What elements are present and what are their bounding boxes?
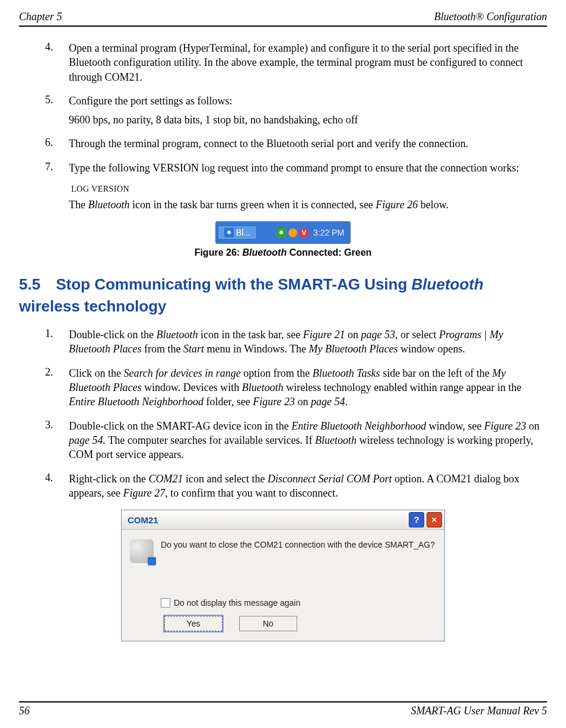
- step-number: 7.: [45, 161, 69, 175]
- step-text: Right-click on the COM21 icon and select…: [69, 472, 547, 501]
- header-rule: [19, 26, 547, 27]
- t: Bluetooth: [315, 434, 357, 446]
- step-number: 6.: [45, 136, 69, 151]
- t: Figure 23: [484, 420, 526, 432]
- step-b2: 2. Click on the Search for devices in ra…: [45, 366, 547, 409]
- after-code-line: The Bluetooth icon in the task bar turns…: [69, 198, 547, 212]
- t: folder, see: [203, 396, 253, 408]
- t: on: [345, 329, 361, 341]
- dialog-title: COM21: [122, 515, 409, 525]
- header-right: Bluetooth® Configuration: [434, 11, 547, 23]
- t: Bluetooth: [242, 382, 284, 393]
- checkbox-icon[interactable]: [161, 598, 170, 608]
- header-left: Chapter 5: [19, 11, 62, 23]
- step-b3: 3. Double-click on the SMART-AG device i…: [45, 419, 547, 462]
- checkbox-label: Do not display this message again: [174, 598, 300, 608]
- t: My Bluetooth Places: [309, 343, 398, 355]
- t: Click on the: [69, 367, 124, 379]
- step-b1: 1. Double-click on the Bluetooth icon in…: [45, 328, 547, 357]
- t: Bluetooth: [156, 329, 198, 341]
- steps-list-b: 1. Double-click on the Bluetooth icon in…: [19, 328, 547, 500]
- t: on: [526, 420, 540, 432]
- section-number: 5.5: [19, 275, 40, 293]
- page-number: 56: [19, 705, 30, 717]
- figure-26: ⁕ Bl... ⁕ V 3:22 PM Figure 26: Bluetooth…: [19, 221, 547, 258]
- t: Double-click on the SMART-AG device icon…: [69, 420, 291, 432]
- page-header: Chapter 5 Bluetooth® Configuration: [19, 11, 547, 23]
- t: option from the: [241, 367, 313, 379]
- code-line: LOG VERSION: [71, 185, 547, 194]
- t: Stop Communicating with the SMART-AG Usi…: [56, 275, 411, 293]
- t: Bluetooth: [412, 275, 484, 293]
- t: on: [295, 396, 311, 408]
- dont-show-again-checkbox[interactable]: Do not display this message again: [161, 598, 435, 608]
- step-text: Double-click on the SMART-AG device icon…: [69, 419, 547, 462]
- t: from the: [141, 343, 183, 355]
- steps-list-a: 4. Open a terminal program (HyperTermina…: [19, 41, 547, 175]
- t: Right-click on the: [69, 473, 148, 485]
- t: Figure 26:: [195, 247, 243, 257]
- step-text: Double-click on the Bluetooth icon in th…: [69, 328, 547, 357]
- t: page 53: [361, 329, 396, 341]
- step-text: Configure the port settings as follows: …: [69, 94, 547, 128]
- t: Figure 23: [253, 396, 295, 408]
- dialog-message: Do you want to close the COM21 connectio…: [161, 539, 435, 551]
- t: Figure 26: [376, 199, 418, 211]
- t: icon in the task bar turns green when it…: [129, 199, 376, 211]
- dialog-body: Do you want to close the COM21 connectio…: [122, 530, 444, 641]
- t: menu in Windows. The: [204, 343, 309, 355]
- t: icon and select the: [183, 473, 267, 485]
- t: Entire Bluetooth Neighborhood: [291, 420, 426, 432]
- step-text: Click on the Search for devices in range…: [69, 366, 547, 409]
- system-tray: ⁕ V 3:22 PM: [259, 228, 350, 237]
- after-code-text: The Bluetooth icon in the task bar turns…: [69, 198, 547, 212]
- tray-icon: V: [300, 228, 309, 237]
- dialog-titlebar: COM21 ? ×: [122, 510, 444, 530]
- t: Bluetooth: [243, 247, 287, 257]
- step-6: 6. Through the terminal program, connect…: [45, 136, 547, 151]
- t: icon in the task bar, see: [198, 329, 303, 341]
- t: Figure 27: [123, 487, 165, 499]
- t: page 54: [311, 396, 345, 408]
- t: , to confirm that you want to disconnect…: [165, 487, 338, 499]
- taskbar-image: ⁕ Bl... ⁕ V 3:22 PM: [215, 221, 351, 244]
- yes-button[interactable]: Yes: [164, 616, 222, 631]
- t: wireless technology: [19, 297, 167, 315]
- t: Bluetooth: [88, 199, 129, 211]
- t: Double-click on the: [69, 329, 156, 341]
- page-footer: 56 SMART-AG User Manual Rev 5: [19, 701, 547, 717]
- t: window, see: [426, 420, 484, 432]
- t: Search for devices in range: [124, 367, 241, 379]
- step-number: 1.: [45, 328, 69, 357]
- t: COM21: [148, 473, 183, 485]
- step-main: Configure the port settings as follows:: [69, 95, 232, 107]
- step-number: 3.: [45, 419, 69, 462]
- t: .: [345, 396, 348, 408]
- step-4: 4. Open a terminal program (HyperTermina…: [45, 41, 547, 84]
- t: window opens.: [398, 343, 466, 355]
- t: The computer searches for available serv…: [106, 434, 315, 446]
- t: Disconnect Serial COM Port: [268, 473, 392, 485]
- footer-right: SMART-AG User Manual Rev 5: [411, 705, 547, 717]
- t: side bar on the left of the: [380, 367, 492, 379]
- t: Entire Bluetooth Neighborhood: [69, 396, 203, 408]
- tray-icon: [288, 228, 297, 237]
- step-number: 4.: [45, 41, 69, 84]
- close-button[interactable]: ×: [427, 512, 442, 527]
- step-5: 5. Configure the port settings as follow…: [45, 94, 547, 128]
- step-7: 7. Type the following VERSION log reques…: [45, 161, 547, 175]
- step-sub: 9600 bps, no parity, 8 data bits, 1 stop…: [69, 113, 547, 127]
- taskbar-button: ⁕ Bl...: [218, 225, 257, 240]
- no-button[interactable]: No: [239, 616, 297, 631]
- help-button[interactable]: ?: [409, 512, 424, 527]
- step-text: Open a terminal program (HyperTerminal, …: [69, 41, 547, 84]
- step-number: 2.: [45, 366, 69, 409]
- bluetooth-icon: ⁕: [224, 228, 234, 237]
- step-b4: 4. Right-click on the COM21 icon and sel…: [45, 472, 547, 501]
- footer-rule: [19, 701, 547, 702]
- step-text: Through the terminal program, connect to…: [69, 136, 547, 151]
- t: Figure 21: [303, 329, 345, 341]
- taskbar-button-label: Bl...: [236, 228, 250, 237]
- dialog-buttons: Yes No: [161, 616, 435, 631]
- t: window. Devices with: [141, 382, 241, 393]
